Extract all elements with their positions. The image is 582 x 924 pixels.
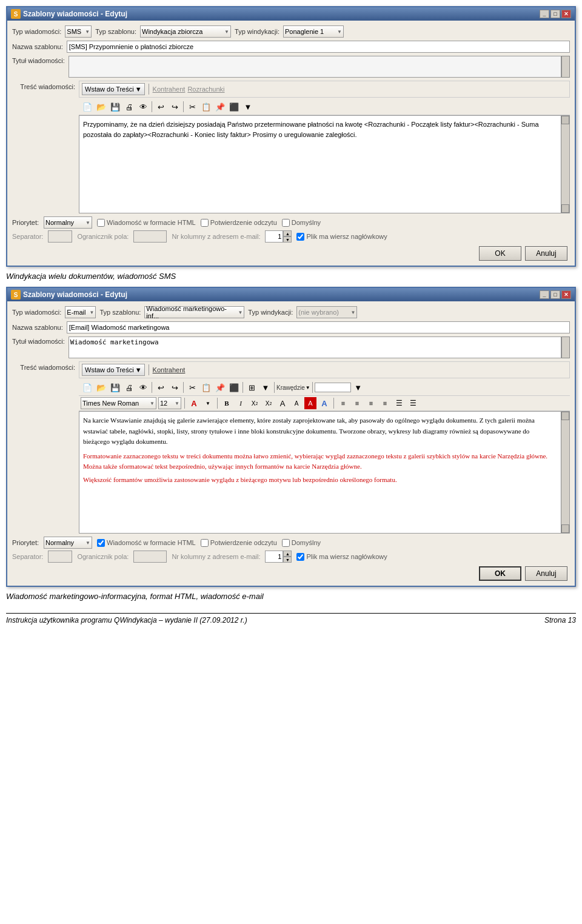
spinner-down2[interactable]: ▼ [283,557,292,563]
subscript-btn[interactable]: X2 [263,397,275,409]
paste-icon[interactable]: 📌 [213,100,227,113]
copy-icon[interactable]: 📋 [199,100,213,113]
spinner-down[interactable]: ▼ [283,236,292,243]
separator-input2[interactable] [48,551,72,563]
new-icon2[interactable]: 📄 [81,381,94,394]
paste-icon2[interactable]: 📌 [213,381,227,394]
font-size-down-btn[interactable]: A [290,397,303,409]
separator-label2: Separator: [12,553,43,560]
nazwa-szablonu-input2[interactable] [67,321,570,333]
preview-icon2[interactable]: 👁 [136,381,150,394]
nazwa-szablonu-input[interactable] [67,41,570,53]
wstaw-do-tresci-btn2[interactable]: Wstaw do Treści ▼ [82,364,145,376]
sep3 [183,101,184,112]
open-icon[interactable]: 📂 [95,100,108,113]
spinner-up[interactable]: ▲ [283,230,292,236]
rozrachunki-btn[interactable]: Rozrachunki [187,85,224,93]
typ-szablonu-select[interactable]: Windykacja zbiorcza [140,25,231,38]
kontrahent-btn2[interactable]: Kontrahent [153,366,186,373]
wstaw-do-tresci-btn[interactable]: Wstaw do Treści ▼ [82,83,145,95]
open-icon2[interactable]: 📂 [95,381,108,394]
font-size-select[interactable]: 12 [158,397,181,409]
align-left-btn[interactable]: ≡ [337,397,349,409]
tytul-input2[interactable] [69,336,561,358]
extra-icon[interactable]: ▼ [241,100,255,113]
wiadomosc-html-check2[interactable]: Wiadomość w formacie HTML [97,539,196,547]
priorytet-select[interactable]: Normalny [44,216,92,229]
print-icon2[interactable]: 🖨 [122,381,136,394]
font-A-btn[interactable]: A [318,397,330,409]
separator-input[interactable] [48,230,72,243]
format-icon2[interactable]: ⬛ [227,381,241,394]
italic-btn[interactable]: I [235,397,247,409]
potwierdzenie-check2[interactable]: Potwierdzenie odczytu [201,539,277,547]
maximize-button[interactable]: □ [550,10,560,18]
priorytet-select2[interactable]: Normalny [44,537,92,549]
domyslny-check[interactable]: Domyślny [282,219,321,227]
save-icon2[interactable]: 💾 [109,381,122,394]
krawedzie-arrow[interactable]: ▼ [306,385,310,390]
superscript-btn[interactable]: X2 [249,397,261,409]
typ-szablonu-select2[interactable]: Wiadomość marketingowo-inf... [144,306,244,318]
align-right-btn[interactable]: ≡ [365,397,377,409]
minimize-button[interactable]: _ [540,10,549,18]
wiadomosc-html-check[interactable]: Wiadomość w formacie HTML [97,219,196,227]
kontrahent-btn[interactable]: Kontrahent [153,85,186,93]
format-icon[interactable]: ⬛ [227,100,241,113]
plik-naglowkowy-check[interactable]: Plik ma wiersz nagłówkowy [296,233,387,241]
nr-kolumny-input[interactable] [265,230,283,243]
save-icon[interactable]: 💾 [109,100,122,113]
redo-icon[interactable]: ↪ [168,100,181,113]
font-name-select[interactable]: Times New Roman [81,397,156,409]
typ-wiadomosci-select[interactable]: SMS [65,25,92,38]
plik-naglowkowy-check2[interactable]: Plik ma wiersz nagłówkowy [296,553,387,561]
print-icon[interactable]: 🖨 [122,100,136,113]
redo-icon2[interactable]: ↪ [168,381,181,394]
line-style-select[interactable] [315,383,351,392]
table-icon[interactable]: ⊞ [245,381,258,394]
editor-scrollbar[interactable] [561,116,569,213]
new-icon[interactable]: 📄 [81,100,94,113]
content-editor[interactable]: Przypominamy, że na dzień dzisiejszy pos… [79,116,561,213]
list-unordered-btn[interactable]: ☰ [407,397,419,409]
close-button[interactable]: ✕ [561,10,571,18]
ok-button1[interactable]: OK [479,246,521,261]
tytul-input[interactable] [69,56,561,78]
maximize-button2[interactable]: □ [550,290,560,299]
table-arrow[interactable]: ▼ [259,381,272,394]
ogranicznik-input2[interactable] [133,551,167,563]
undo-icon2[interactable]: ↩ [154,381,167,394]
minimize-button2[interactable]: _ [540,290,549,299]
preview-icon[interactable]: 👁 [136,100,150,113]
nr-kolumny-input2[interactable] [265,551,283,563]
typ-windykacji-select2[interactable]: (nie wybrano) [296,306,357,318]
copy-icon2[interactable]: 📋 [199,381,213,394]
anuluj-button2[interactable]: Anuluj [525,566,567,581]
list-ordered-btn[interactable]: ☰ [393,397,405,409]
undo-icon[interactable]: ↩ [154,100,167,113]
rich-text-editor[interactable]: Na karcie Wstawianie znajdują się galeri… [79,412,561,533]
cut-icon[interactable]: ✂ [186,100,199,113]
color-picker-arrow[interactable]: ▼ [202,397,214,409]
align-center-btn[interactable]: ≡ [351,397,363,409]
editor-scrollbar2[interactable] [561,412,569,533]
potwierdzenie-check[interactable]: Potwierdzenie odczytu [201,219,277,227]
cut-icon2[interactable]: ✂ [186,381,199,394]
domyslny-check2[interactable]: Domyślny [282,539,321,547]
tytul-label2: Tytuł wiadomości: [12,336,65,345]
font-color-A-btn[interactable]: A [188,397,200,409]
ok-button2[interactable]: OK [479,566,521,581]
bold-btn[interactable]: B [221,397,233,409]
special-A-btn[interactable]: A [304,397,316,409]
ogranicznik-input[interactable] [133,230,167,243]
close-button2[interactable]: ✕ [561,290,571,299]
anuluj-button1[interactable]: Anuluj [525,246,567,261]
typ-windykacji-select[interactable]: Ponaglenie 1 [283,25,344,38]
font-size-up-btn[interactable]: A [276,397,289,409]
icon-toolbar2: 📄 📂 💾 🖨 👁 ↩ ↪ ✂ 📋 📌 ⬛ ⊞ ▼ [79,380,570,396]
extra-icon2[interactable]: ▼ [352,381,365,394]
typ-wiadomosci-select2[interactable]: E-mail [65,306,96,318]
spinner-arrows2: ▲ ▼ [283,551,292,563]
spinner-up2[interactable]: ▲ [283,551,292,557]
align-justify-btn[interactable]: ≡ [379,397,391,409]
